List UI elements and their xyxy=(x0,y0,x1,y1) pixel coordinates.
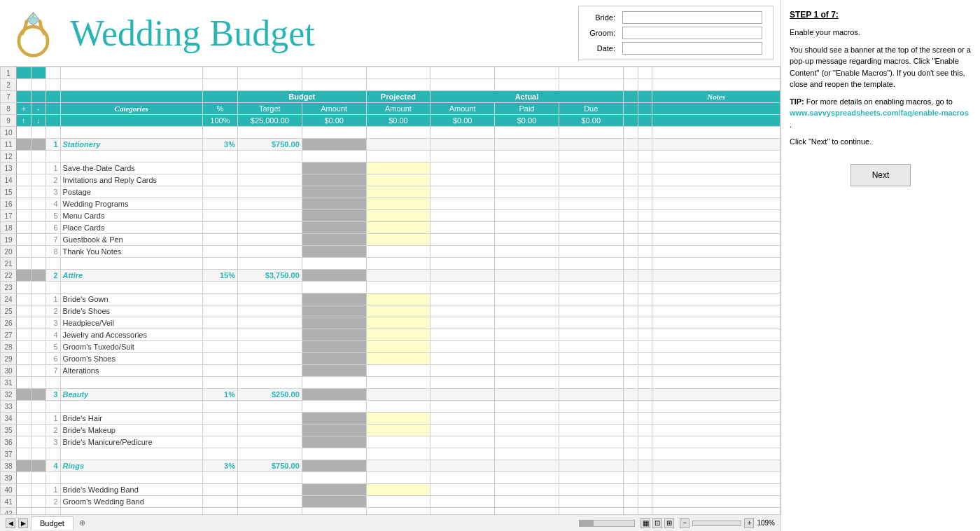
row-20: 20 8 Thank You Notes xyxy=(1,246,780,258)
grid-container[interactable]: 1 2 7 xyxy=(0,67,780,514)
groom-input[interactable] xyxy=(622,27,762,39)
ring-icon xyxy=(7,7,59,60)
total-actual: $0.00 xyxy=(430,115,495,127)
total-paid: $0.00 xyxy=(495,115,559,127)
bottom-right: ▦ ⊡ ⊞ − + 109% xyxy=(579,518,775,528)
app-container: Wedding Budget Bride: Groom: xyxy=(0,0,980,531)
due-header: Due xyxy=(559,103,623,115)
scroll-left-btn[interactable]: ◀ xyxy=(6,518,15,528)
bride-label: Bride: xyxy=(586,10,619,25)
zoom-level: 109% xyxy=(757,519,775,527)
pct-header: % xyxy=(202,103,237,115)
cat-row-stationery: 11 1 Stationery 3% $750.00 xyxy=(1,139,780,151)
budget-header: Budget xyxy=(237,91,366,103)
categories-header: Categories xyxy=(60,103,202,115)
right-panel: STEP 1 of 7: Enable your macros. You sho… xyxy=(780,0,980,531)
groom-label: Groom: xyxy=(586,25,619,41)
bride-info: Bride: Groom: Date: xyxy=(578,6,774,60)
actual-header: Actual xyxy=(430,91,623,103)
step-tip: TIP: For more details on enabling macros… xyxy=(790,96,972,131)
row-21: 21 xyxy=(1,258,780,270)
row-10: 10 xyxy=(1,127,780,139)
total-pct: 100% xyxy=(202,115,237,127)
h-scrollbar[interactable] xyxy=(579,520,635,527)
main-area: Wedding Budget Bride: Groom: xyxy=(0,0,980,531)
row-35: 35 2 Bride's Makeup xyxy=(1,425,780,436)
paid-header: Paid xyxy=(495,103,559,115)
row-15: 15 3 Postage xyxy=(1,186,780,198)
row-30: 30 7 Alterations xyxy=(1,365,780,377)
row-12: 12 xyxy=(1,151,780,163)
row-34: 34 1 Bride's Hair xyxy=(1,413,780,425)
tip-label: TIP: xyxy=(790,97,804,106)
scroll-right-btn[interactable]: ▶ xyxy=(18,518,28,528)
zoom-out-btn[interactable]: − xyxy=(680,518,690,528)
page-title: Wedding Budget xyxy=(70,13,315,54)
row-33: 33 xyxy=(1,401,780,413)
step-title: STEP 1 of 7: xyxy=(790,8,972,21)
row-17: 17 5 Menu Cards xyxy=(1,210,780,222)
row-13: 13 1 Save-the-Date Cards xyxy=(1,163,780,174)
bride-input[interactable] xyxy=(622,11,762,24)
zoom-slider[interactable] xyxy=(692,520,741,526)
total-amount-budget: $0.00 xyxy=(302,115,366,127)
date-input[interactable] xyxy=(622,42,762,55)
plus-icon[interactable]: + xyxy=(16,103,31,115)
step-para2: You should see a banner at the top of th… xyxy=(790,44,972,90)
row-8: 8 + - Categories % Target Amount Amount … xyxy=(1,103,780,115)
minus-icon[interactable]: - xyxy=(31,103,46,115)
row-41: 41 2 Groom's Wedding Band xyxy=(1,496,780,508)
view-controls: ▦ ⊡ ⊞ xyxy=(640,518,674,528)
row-24: 24 1 Bride's Gown xyxy=(1,294,780,305)
row-18: 18 6 Place Cards xyxy=(1,222,780,234)
add-sheet-btn[interactable]: ⊕ xyxy=(79,518,85,527)
row-16: 16 4 Wedding Programs xyxy=(1,198,780,210)
cat-row-attire: 22 2 Attire 15% $3,750.00 xyxy=(1,270,780,282)
next-button[interactable]: Next xyxy=(850,164,911,186)
budget-tab[interactable]: Budget xyxy=(31,516,74,530)
up-arrow[interactable]: ↑ xyxy=(16,115,31,127)
row-39: 39 xyxy=(1,472,780,484)
bottom-bar: ◀ ▶ Budget ⊕ ▦ ⊡ ⊞ xyxy=(0,514,780,531)
row-27: 27 4 Jewelry and Accessories xyxy=(1,329,780,341)
zoom-in-btn[interactable]: + xyxy=(744,518,754,528)
cat-1-name: Stationery xyxy=(60,139,202,151)
amount-header-actual: Amount xyxy=(430,103,495,115)
spreadsheet-table: 1 2 7 xyxy=(0,67,780,514)
title-area: Wedding Budget Bride: Groom: xyxy=(0,0,780,67)
zoom-area: − + 109% xyxy=(680,518,775,528)
row-2: 2 xyxy=(1,79,780,91)
tip-link: www.savvyspreadsheets.com/faq/enable-mac… xyxy=(790,109,969,117)
row-9: 9 ↑ ↓ 100% $25,000.00 $0.00 $0.00 $0.00 … xyxy=(1,115,780,127)
row-7: 7 Budget Projected Actual Notes xyxy=(1,91,780,103)
row-25: 25 2 Bride's Shoes xyxy=(1,305,780,317)
spreadsheet: Wedding Budget Bride: Groom: xyxy=(0,0,780,531)
page-view-btn[interactable]: ⊡ xyxy=(652,518,662,528)
grid-view-btn[interactable]: ▦ xyxy=(640,518,650,528)
row-36: 36 3 Bride's Manicure/Pedicure xyxy=(1,436,780,448)
amount-header-budget: Amount xyxy=(302,103,366,115)
projected-header: Projected xyxy=(366,91,430,103)
cat-row-rings: 38 4 Rings 3% $750.00 xyxy=(1,460,780,472)
date-label: Date: xyxy=(586,41,619,56)
row-40: 40 1 Bride's Wedding Band xyxy=(1,484,780,496)
row-23: 23 xyxy=(1,282,780,294)
total-target: $25,000.00 xyxy=(237,115,302,127)
row-19: 19 7 Guestbook & Pen xyxy=(1,234,780,246)
row-28: 28 5 Groom's Tuxedo/Suit xyxy=(1,341,780,353)
amount-header-proj: Amount xyxy=(366,103,430,115)
title-left: Wedding Budget xyxy=(7,7,315,60)
down-arrow[interactable]: ↓ xyxy=(31,115,46,127)
target-header: Target xyxy=(237,103,302,115)
cat-row-beauty: 32 3 Beauty 1% $250.00 xyxy=(1,389,780,401)
row-42: 42 xyxy=(1,508,780,515)
row-14: 14 2 Invitations and Reply Cards xyxy=(1,174,780,186)
layout-view-btn[interactable]: ⊞ xyxy=(664,518,674,528)
step-para1: Enable your macros. xyxy=(790,27,972,39)
cat-1-pct: 3% xyxy=(202,139,237,151)
total-proj: $0.00 xyxy=(366,115,430,127)
row-1: 1 xyxy=(1,67,780,79)
row-31: 31 xyxy=(1,377,780,389)
cat-1-num: 1 xyxy=(46,139,60,151)
total-due: $0.00 xyxy=(559,115,623,127)
